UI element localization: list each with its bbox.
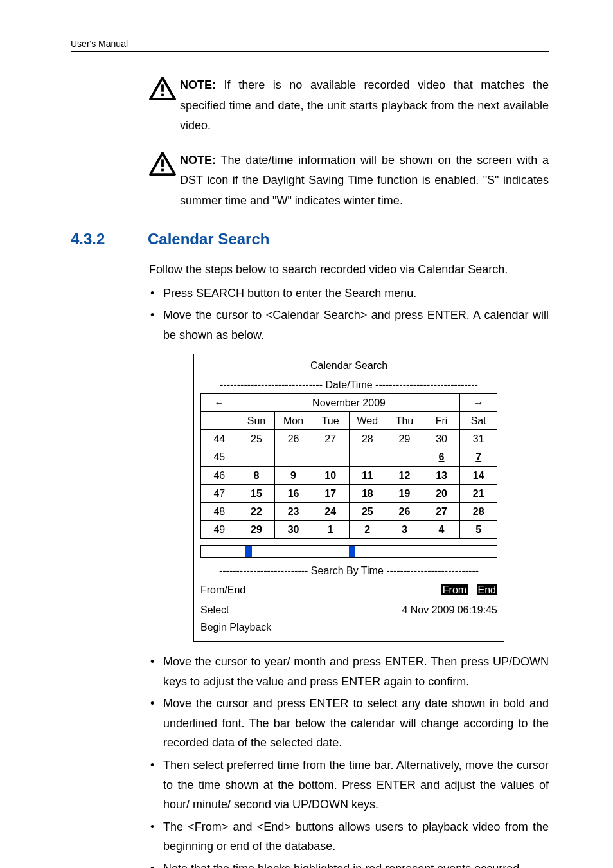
day-cell[interactable]: 24 bbox=[312, 502, 349, 520]
begin-playback-button[interactable]: Begin Playback bbox=[200, 619, 497, 636]
day-cell[interactable]: 18 bbox=[349, 484, 386, 502]
calendar-row: 46 8 9 10 11 12 13 14 bbox=[201, 466, 497, 484]
day-cell[interactable]: 20 bbox=[423, 484, 460, 502]
page-header: User's Manual bbox=[71, 39, 549, 52]
svg-rect-2 bbox=[161, 159, 164, 167]
calendar-row: 47 15 16 17 18 19 20 21 bbox=[201, 484, 497, 502]
dow-cell: Mon bbox=[275, 411, 312, 429]
dow-row: Sun Mon Tue Wed Thu Fri Sat bbox=[201, 411, 497, 429]
day-cell[interactable]: 8 bbox=[238, 466, 275, 484]
note-1-text: If there is no available recorded video … bbox=[180, 78, 549, 132]
day-cell[interactable] bbox=[275, 448, 312, 466]
list-item: Move the cursor to <Calendar Search> and… bbox=[149, 305, 549, 345]
list-item: Move the cursor to year/ month and press… bbox=[149, 652, 549, 691]
day-cell[interactable]: 14 bbox=[460, 466, 497, 484]
top-bullet-list: Press SEARCH button to enter the Search … bbox=[149, 284, 549, 345]
day-cell[interactable]: 15 bbox=[238, 484, 275, 502]
day-cell[interactable]: 5 bbox=[460, 521, 497, 539]
day-cell[interactable]: 21 bbox=[460, 484, 497, 502]
day-cell[interactable]: 22 bbox=[238, 502, 275, 520]
week-num: 46 bbox=[201, 466, 238, 484]
day-cell[interactable] bbox=[349, 448, 386, 466]
week-num: 44 bbox=[201, 430, 238, 448]
day-cell[interactable] bbox=[312, 448, 349, 466]
time-bar-marker bbox=[349, 546, 355, 557]
day-cell[interactable]: 1 bbox=[312, 521, 349, 539]
day-cell[interactable]: 28 bbox=[460, 502, 497, 520]
select-datetime-value[interactable]: 4 Nov 2009 06:19:45 bbox=[402, 601, 497, 619]
week-num: 47 bbox=[201, 484, 238, 502]
prev-month-arrow[interactable]: ← bbox=[201, 393, 238, 411]
from-end-label: From/End bbox=[200, 581, 245, 599]
list-item: The <From> and <End> buttons allows user… bbox=[149, 817, 549, 856]
from-button[interactable]: From bbox=[441, 584, 468, 595]
day-cell[interactable]: 12 bbox=[386, 466, 423, 484]
note-1: NOTE: If there is no available recorded … bbox=[149, 75, 549, 136]
calendar-row: 49 29 30 1 2 3 4 5 bbox=[201, 521, 497, 539]
week-num: 49 bbox=[201, 521, 238, 539]
day-cell[interactable]: 3 bbox=[386, 521, 423, 539]
time-bar[interactable] bbox=[200, 545, 497, 558]
search-by-time-separator: -------------------------- Search By Tim… bbox=[200, 562, 497, 579]
day-cell[interactable]: 28 bbox=[349, 430, 386, 448]
dow-cell bbox=[201, 411, 238, 429]
section-intro: Follow the steps below to search recorde… bbox=[149, 260, 549, 280]
dow-cell: Sat bbox=[460, 411, 497, 429]
select-label: Select bbox=[200, 601, 229, 619]
day-cell[interactable]: 30 bbox=[423, 430, 460, 448]
day-cell[interactable]: 31 bbox=[460, 430, 497, 448]
week-num: 45 bbox=[201, 448, 238, 466]
section-number: 4.3.2 bbox=[71, 230, 148, 248]
day-cell[interactable]: 23 bbox=[275, 502, 312, 520]
day-cell[interactable]: 17 bbox=[312, 484, 349, 502]
end-button[interactable]: End bbox=[477, 584, 497, 595]
day-cell[interactable]: 26 bbox=[275, 430, 312, 448]
bottom-bullet-list: Move the cursor to year/ month and press… bbox=[149, 652, 549, 868]
svg-rect-3 bbox=[161, 168, 164, 171]
day-cell[interactable] bbox=[386, 448, 423, 466]
dow-cell: Tue bbox=[312, 411, 349, 429]
day-cell[interactable]: 30 bbox=[275, 521, 312, 539]
list-item: Press SEARCH button to enter the Search … bbox=[149, 284, 549, 303]
dow-cell: Sun bbox=[238, 411, 275, 429]
day-cell[interactable] bbox=[238, 448, 275, 466]
day-cell[interactable]: 25 bbox=[238, 430, 275, 448]
day-cell[interactable]: 9 bbox=[275, 466, 312, 484]
day-cell[interactable]: 13 bbox=[423, 466, 460, 484]
day-cell[interactable]: 16 bbox=[275, 484, 312, 502]
day-cell[interactable]: 19 bbox=[386, 484, 423, 502]
caution-icon bbox=[149, 167, 176, 178]
day-cell[interactable]: 29 bbox=[238, 521, 275, 539]
time-bar-marker bbox=[245, 546, 252, 557]
list-item: Move the cursor and press ENTER to selec… bbox=[149, 694, 549, 753]
day-cell[interactable]: 6 bbox=[423, 448, 460, 466]
note-label: NOTE: bbox=[180, 78, 216, 91]
note-2: NOTE: The date/time information will be … bbox=[149, 150, 549, 212]
dow-cell: Wed bbox=[349, 411, 386, 429]
month-year-label[interactable]: November 2009 bbox=[238, 393, 460, 411]
section-title: Calendar Search bbox=[148, 230, 269, 248]
next-month-arrow[interactable]: → bbox=[460, 393, 497, 411]
list-item: Then select preferred time from the time… bbox=[149, 755, 549, 815]
list-item: Note that the time blocks highlighted in… bbox=[149, 859, 549, 868]
day-cell[interactable]: 27 bbox=[423, 502, 460, 520]
day-cell[interactable]: 2 bbox=[349, 521, 386, 539]
caution-icon bbox=[149, 92, 176, 103]
day-cell[interactable]: 7 bbox=[460, 448, 497, 466]
calendar-row: 44 25 26 27 28 29 30 31 bbox=[201, 430, 497, 448]
day-cell[interactable]: 25 bbox=[349, 502, 386, 520]
svg-rect-0 bbox=[161, 84, 164, 91]
datetime-separator: ------------------------------ Date/Time… bbox=[200, 376, 497, 393]
section-heading: 4.3.2Calendar Search bbox=[71, 230, 549, 248]
day-cell[interactable]: 29 bbox=[386, 430, 423, 448]
day-cell[interactable]: 26 bbox=[386, 502, 423, 520]
calendar-row: 45 6 7 bbox=[201, 448, 497, 466]
day-cell[interactable]: 11 bbox=[349, 466, 386, 484]
day-cell[interactable]: 10 bbox=[312, 466, 349, 484]
calendar-table: ← November 2009 → Sun Mon Tue Wed Thu Fr… bbox=[200, 393, 497, 539]
calendar-row: 48 22 23 24 25 26 27 28 bbox=[201, 502, 497, 520]
dow-cell: Fri bbox=[423, 411, 460, 429]
week-num: 48 bbox=[201, 502, 238, 520]
day-cell[interactable]: 4 bbox=[423, 521, 460, 539]
day-cell[interactable]: 27 bbox=[312, 430, 349, 448]
